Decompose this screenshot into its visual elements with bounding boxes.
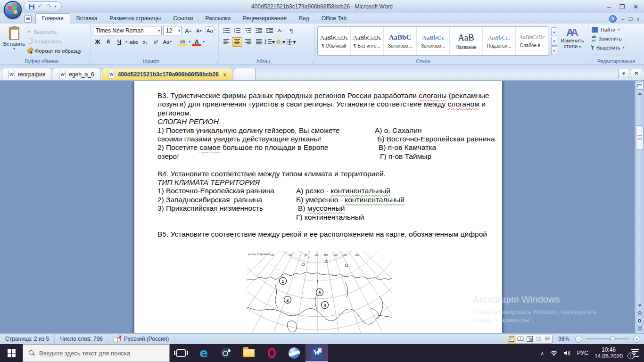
help-icon[interactable]: ? (609, 15, 617, 23)
sort-button[interactable]: А↓ (275, 26, 286, 35)
style-card-1[interactable]: AaBbCcDc¶ Обычный (318, 27, 351, 55)
doc-restore-icon[interactable]: ❐ (628, 16, 633, 22)
ruler-toggle-icon[interactable] (636, 82, 644, 90)
scrollbar-thumb[interactable] (636, 125, 644, 150)
underline-button[interactable]: Ч (115, 37, 124, 46)
zoom-out-icon[interactable]: − (575, 336, 582, 343)
outline-view-icon[interactable] (534, 335, 543, 343)
tab-list-dropdown-icon[interactable]: ▾ (618, 69, 629, 78)
zoom-level[interactable]: 98% (558, 336, 570, 342)
align-right-button[interactable] (243, 37, 253, 47)
start-button[interactable] (0, 344, 23, 362)
style-card-5[interactable]: АаВНазвание (450, 27, 483, 55)
show-formatting-marks-button[interactable]: ¶ (286, 26, 297, 35)
web-layout-view-icon[interactable] (525, 335, 534, 343)
style-card-2[interactable]: AaBbCcDc¶ Без инте... (351, 27, 384, 55)
superscript-button[interactable]: x² (151, 37, 161, 46)
underline-dropdown-icon[interactable]: ▾ (125, 40, 127, 44)
taskbar-search-input[interactable]: Введите здесь текст для поиска (23, 344, 170, 362)
document-text[interactable]: В3. Туристические фирмы разных природных… (157, 91, 487, 239)
ribbon-tab-8[interactable]: Office Tab (315, 14, 353, 24)
ribbon-tab-6[interactable]: Рецензирование (237, 14, 293, 24)
styles-scroll-down-icon[interactable]: ▼ (551, 37, 557, 46)
document-tab-1[interactable]: Wгеография (2, 68, 51, 80)
styles-scroll-up-icon[interactable]: ▲ (551, 27, 557, 36)
zoom-slider[interactable] (586, 338, 629, 339)
align-left-button[interactable] (221, 37, 231, 47)
close-button[interactable]: ✕ (633, 3, 638, 10)
bold-button[interactable]: Ж (93, 37, 102, 46)
page-number-indicator[interactable]: Страница: 2 из 5 (0, 334, 55, 344)
ribbon-tab-1[interactable]: Главная (35, 13, 70, 24)
browser-sphere-button[interactable] (283, 344, 305, 362)
paragraph-dialog-launcher-icon[interactable]: ⌟ (311, 59, 313, 64)
next-page-icon[interactable] (636, 325, 644, 332)
numbering-button[interactable]: 123 (232, 26, 242, 35)
ribbon-tab-3[interactable]: Разметка страницы (103, 14, 167, 24)
font-size-combo[interactable]: 12▾ (163, 26, 182, 35)
opera-button[interactable] (260, 344, 283, 362)
word-count-indicator[interactable]: Число слов: 796 (55, 334, 108, 344)
styles-dialog-launcher-icon[interactable]: ⌟ (585, 59, 586, 64)
new-tab-area[interactable] (234, 68, 256, 80)
subscript-button[interactable]: x₂ (140, 37, 150, 46)
fullscreen-reading-view-icon[interactable] (516, 335, 525, 343)
paste-dropdown-icon[interactable]: ▾ (1, 47, 27, 51)
font-dialog-launcher-icon[interactable]: ⌟ (215, 59, 217, 64)
ribbon-tab-2[interactable]: Вставка (70, 14, 104, 24)
decrease-indent-button[interactable] (254, 26, 264, 35)
font-name-combo[interactable]: Times New Roman▾ (93, 26, 162, 35)
style-card-3[interactable]: AaBbCЗаголово... (384, 27, 417, 55)
borders-button[interactable]: ▾ (286, 37, 297, 47)
scroll-up-icon[interactable] (636, 90, 644, 97)
maximize-button[interactable]: ❐ (619, 3, 625, 10)
bullets-button[interactable] (221, 26, 231, 35)
ribbon-tab-4[interactable]: Ссылки (167, 14, 199, 24)
ribbon-tab-5[interactable]: Рассылки (199, 14, 237, 24)
shrink-font-button[interactable]: А▾ (194, 26, 204, 35)
highlight-button[interactable]: ab (178, 37, 187, 46)
increase-indent-button[interactable] (264, 26, 275, 35)
chevron-down-icon[interactable]: ▾ (156, 29, 160, 33)
change-styles-button[interactable]: AA Изменить стили ▾ (558, 25, 586, 57)
zoom-slider-knob[interactable] (611, 337, 614, 341)
style-card-6[interactable]: AaBbCc.Подзагол... (483, 27, 516, 55)
styles-expand-icon[interactable]: ▼ (551, 46, 557, 55)
previous-page-icon[interactable] (636, 310, 644, 317)
clock[interactable]: 10:46 14.05.2020 (594, 346, 623, 360)
cut-button[interactable]: ✂Вырезать (27, 28, 82, 36)
scroll-down-icon[interactable] (636, 302, 644, 309)
italic-button[interactable]: К (104, 37, 113, 46)
word-taskbar-button[interactable]: W (305, 344, 328, 362)
office-button[interactable] (4, 1, 22, 19)
language-switcher[interactable]: РУС (577, 350, 588, 356)
format-painter-button[interactable]: Формат по образцу (27, 47, 82, 55)
font-color-dropdown-icon[interactable]: ▾ (203, 40, 205, 44)
steam-button[interactable] (215, 344, 238, 362)
document-tab-2[interactable]: Wegeh_a_6 (53, 68, 100, 80)
grow-font-button[interactable]: А▴ (183, 26, 193, 35)
document-page[interactable]: В3. Туристические фирмы разных природных… (134, 81, 502, 333)
draft-view-icon[interactable] (543, 335, 552, 343)
edge-button[interactable]: e (192, 344, 215, 362)
ribbon-tab-7[interactable]: Вид (293, 14, 315, 24)
find-button[interactable]: Найти▾ (590, 25, 643, 34)
style-card-4[interactable]: AaBbCcЗаголово... (417, 27, 450, 55)
paste-button[interactable]: Вставить ▾ (1, 25, 27, 57)
clear-formatting-button[interactable]: Aa (205, 26, 215, 35)
select-button[interactable]: Выделить▾ (590, 43, 643, 52)
style-card-7[interactable]: AaBbCcDcСлабое в... (516, 27, 549, 55)
hidden-icons-chevron-icon[interactable]: ∧ (541, 351, 544, 356)
spellcheck-icon[interactable] (114, 337, 121, 342)
file-explorer-button[interactable] (238, 344, 260, 362)
copy-button[interactable]: Копировать (27, 37, 82, 45)
align-center-button[interactable] (232, 37, 242, 47)
change-case-button[interactable]: Aa▾ (162, 37, 173, 46)
document-tab-3[interactable]: W400d5221521b3c179a906b66f58bcb26x (102, 68, 232, 80)
volume-icon[interactable] (564, 350, 571, 356)
replace-button[interactable]: abac Заменить (590, 34, 643, 43)
zoom-in-icon[interactable]: + (633, 336, 640, 343)
chevron-down-icon[interactable]: ▾ (176, 29, 180, 33)
font-color-button[interactable]: А (192, 37, 201, 46)
strikethrough-button[interactable]: abc (129, 37, 139, 46)
